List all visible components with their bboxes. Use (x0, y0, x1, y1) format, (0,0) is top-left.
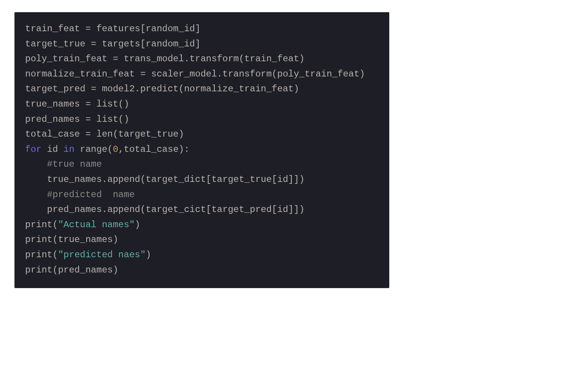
code-token: range( (75, 144, 113, 155)
code-token: "predicted naes" (58, 250, 145, 260)
indent (25, 159, 47, 169)
code-token: print(true_names) (25, 234, 118, 245)
code-token: for (25, 144, 41, 155)
code-line: total_case = len(target_true) (25, 127, 379, 142)
code-token: id (41, 144, 64, 155)
code-line: print("Actual names") (25, 217, 379, 233)
code-token: pred_names.append(target_cict[target_pre… (47, 204, 305, 215)
code-token: print( (25, 250, 58, 260)
code-token: ) (146, 250, 151, 260)
code-token: train_feat = features[random_id] (25, 24, 201, 34)
code-token: normalize_train_feat = scaler_model.tran… (25, 69, 365, 79)
code-line: print("predicted naes") (25, 247, 379, 263)
code-token: ) (135, 220, 140, 230)
code-token: "Actual names" (58, 220, 135, 230)
code-line: print(pred_names) (25, 263, 379, 278)
code-token: print( (25, 220, 58, 230)
code-token: in (64, 144, 75, 155)
code-line: true_names.append(target_dict[target_tru… (25, 172, 379, 187)
code-token: 0 (113, 144, 118, 155)
code-line: poly_train_feat = trans_model.transform(… (25, 51, 379, 67)
code-token: #true name (47, 159, 102, 169)
code-token: target_pred = model2.predict(normalize_t… (25, 84, 299, 94)
indent (25, 174, 47, 185)
code-token: target_true = targets[random_id] (25, 39, 201, 49)
code-token: #predicted name (47, 190, 135, 200)
code-line: #predicted name (25, 187, 379, 202)
code-line: true_names = list() (25, 97, 379, 112)
code-line: pred_names.append(target_cict[target_pre… (25, 202, 379, 217)
code-line: print(true_names) (25, 232, 379, 247)
code-block: train_feat = features[random_id]target_t… (14, 12, 389, 288)
indent (25, 204, 47, 215)
code-token: poly_train_feat = trans_model.transform(… (25, 54, 305, 64)
code-token: ,total_case): (118, 144, 189, 155)
code-line: target_true = targets[random_id] (25, 37, 379, 52)
code-line: normalize_train_feat = scaler_model.tran… (25, 67, 379, 82)
code-line: target_pred = model2.predict(normalize_t… (25, 81, 379, 97)
code-line: #true name (25, 157, 379, 172)
code-token: true_names = list() (25, 99, 129, 109)
code-token: true_names.append(target_dict[target_tru… (47, 174, 305, 185)
code-line: train_feat = features[random_id] (25, 21, 379, 37)
indent (25, 190, 47, 200)
code-line: for id in range(0,total_case): (25, 142, 379, 157)
code-token: pred_names = list() (25, 114, 129, 124)
code-line: pred_names = list() (25, 112, 379, 127)
code-token: print(pred_names) (25, 265, 118, 275)
code-token: total_case = len(target_true) (25, 129, 184, 139)
